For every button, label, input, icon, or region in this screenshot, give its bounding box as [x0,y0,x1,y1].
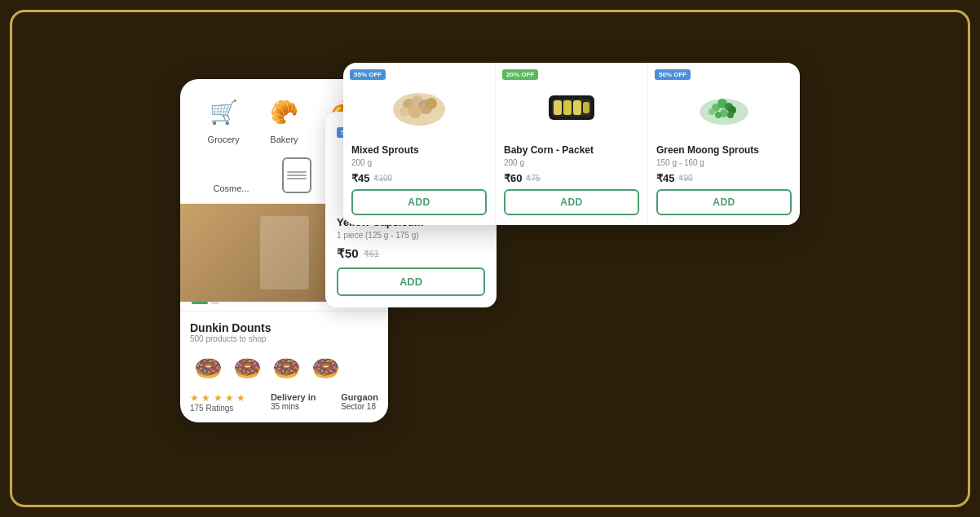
grocery-label: Grocery [208,135,240,144]
svg-point-20 [715,112,722,118]
svg-point-17 [709,108,715,115]
dunkin-donuts-row: 🍩 🍩 🍩 🍩 [190,350,378,386]
grocery-icon: 🛒 [204,92,243,131]
green-moong-price: ₹45 [656,172,674,184]
green-moong-name: Green Moong Sprouts [656,144,792,156]
mixed-sprouts-price: ₹45 [351,172,369,184]
delivery-info: Delivery in 35 mins [271,392,316,413]
green-moong-add-button[interactable]: ADD [656,189,792,215]
yellow-capsicum-price: ₹50 [337,246,359,261]
category-grocery[interactable]: 🛒 Grocery [204,92,243,144]
phone-icon[interactable] [282,157,311,193]
baby-corn-price: ₹60 [504,172,522,184]
svg-rect-12 [583,102,589,113]
green-moong-qty: 150 g - 160 g [656,158,792,167]
category-bakery[interactable]: 🥐 Bakery [264,92,303,144]
product-baby-corn: 20% OFF Baby Corn - Packet 200 g ₹60 [496,63,648,225]
product-mixed-sprouts: 55% OFF Mixed Sprouts 200 g ₹45 [343,63,496,225]
baby-corn-qty: 200 g [504,158,639,167]
dunkin-section: Dunkin Dounts 500 products to shop 🍩 🍩 🍩… [180,311,388,422]
mixed-sprouts-qty: 200 g [351,158,487,167]
donut-4: 🍩 [307,350,343,386]
location-info: Gurgaon Sector 18 [341,392,378,413]
delivery-time: 35 mins [271,402,316,411]
screen-line [287,178,307,179]
product-green-moong: 50% OFF Green Moong Sprouts [648,63,800,225]
dunkin-meta: ★ ★ ★ ★ ★ 175 Ratings Delivery in 35 min… [190,392,378,413]
donut-1: 🍩 [190,350,226,386]
green-moong-price-row: ₹45 ₹90 [656,172,792,184]
yellow-capsicum-add-button[interactable]: ADD [337,267,485,296]
baby-corn-name: Baby Corn - Packet [504,144,639,156]
bakery-label: Bakery [270,135,298,144]
dunkin-ratings: ★ ★ ★ ★ ★ 175 Ratings [190,392,245,413]
image-placeholder [260,216,309,289]
location-sector: Sector 18 [341,402,378,411]
dunkin-title: Dunkin Dounts [190,321,378,334]
yellow-capsicum-quantity: 1 piece (125 g - 175 g) [337,231,485,240]
product-row: 55% OFF Mixed Sprouts 200 g ₹45 [343,63,800,225]
green-moong-old-price: ₹90 [678,174,692,183]
svg-rect-9 [554,100,562,115]
screen-line [287,171,307,173]
donut-3: 🍩 [268,350,304,386]
location-label: Gurgaon [341,392,378,402]
mixed-sprouts-badge: 55% OFF [350,69,386,80]
mixed-sprouts-name: Mixed Sprouts [351,144,487,156]
rating-count: 175 Ratings [190,404,245,413]
baby-corn-add-button[interactable]: ADD [504,189,639,215]
svg-rect-11 [573,100,581,115]
yellow-capsicum-old-price: ₹61 [364,249,379,259]
mixed-sprouts-price-row: ₹45 ₹100 [351,172,487,184]
product-card: 55% OFF Mixed Sprouts 200 g ₹45 [343,63,800,225]
green-moong-badge: 50% OFF [655,69,691,80]
baby-corn-price-row: ₹60 ₹75 [504,172,639,184]
slide-dot-active [192,302,208,304]
bakery-icon: 🥐 [264,92,303,131]
svg-point-4 [400,107,409,117]
dunkin-subtitle: 500 products to shop [190,334,378,343]
baby-corn-image [504,73,639,138]
mixed-sprouts-image [351,73,487,138]
baby-corn-old-price: ₹75 [526,174,540,183]
yellow-capsicum-price-row: ₹50 ₹61 [337,246,485,261]
screen-line [287,175,307,176]
svg-point-6 [408,105,422,118]
main-scene: 🛒 Grocery 🥐 Bakery 🍊 Fruits Cosme... [180,63,800,471]
svg-rect-10 [563,100,572,115]
mixed-sprouts-old-price: ₹100 [373,174,392,183]
mixed-sprouts-add-button[interactable]: ADD [351,189,487,215]
svg-point-21 [727,112,734,118]
baby-corn-badge: 20% OFF [502,69,538,80]
donut-2: 🍩 [229,350,265,386]
cosmetics-label: Cosme... [206,183,255,193]
delivery-label: Delivery in [271,392,316,402]
stars: ★ ★ ★ ★ ★ [190,392,245,404]
slide-dot-inactive [211,302,219,304]
svg-point-5 [426,98,437,109]
green-moong-image [656,73,792,138]
phone-screen [287,171,307,179]
